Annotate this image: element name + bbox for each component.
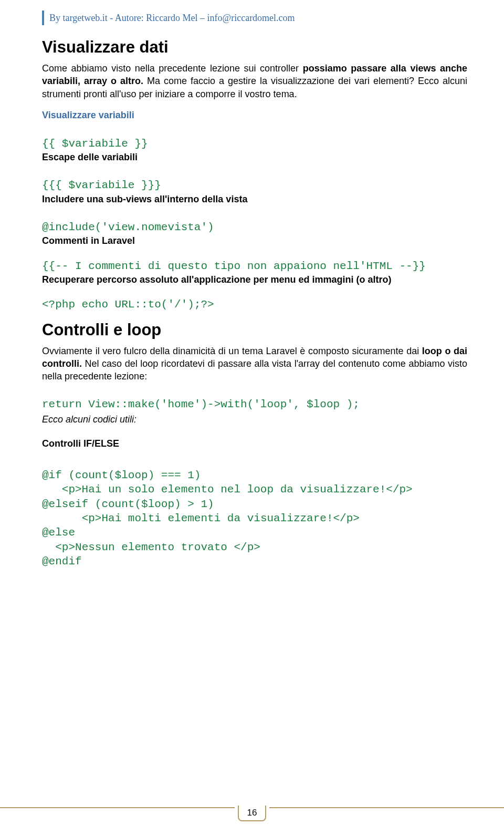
subheading-visualizzare-variabili: Visualizzare variabili	[42, 110, 467, 121]
code-escape-output: {{{ $variabile }}}	[42, 178, 467, 192]
heading-visualizzare-dati: Visualizzare dati	[42, 38, 467, 57]
p2-suffix: Nel caso del loop ricordatevi di passare…	[42, 358, 467, 381]
heading-controlli-loop: Controlli e loop	[42, 321, 467, 339]
intro-paragraph: Come abbiamo visto nella precedente lezi…	[42, 62, 467, 100]
subheading-include: Includere una sub-views all'interno dell…	[42, 193, 467, 205]
code-comment: {{-- I commenti di questo tipo non appai…	[42, 259, 467, 273]
subheading-if-else: Controlli IF/ELSE	[42, 438, 467, 449]
page-number: 16	[238, 806, 267, 821]
code-include: @include('view.nomevista')	[42, 220, 467, 234]
page-content: By targetweb.it - Autore: Riccardo Mel –…	[0, 0, 504, 584]
footer-line-left	[0, 807, 235, 808]
intro-prefix: Come abbiamo visto nella precedente lezi…	[42, 63, 303, 74]
document-header: By targetweb.it - Autore: Riccardo Mel –…	[42, 11, 467, 25]
subheading-recuperare: Recuperare percorso assoluto all'applica…	[42, 273, 467, 286]
code-if-else: @if (count($loop) === 1) <p>Hai un solo …	[42, 468, 467, 569]
header-accent-bar	[42, 11, 44, 25]
p2-prefix: Ovviamente il vero fulcro della dinamici…	[42, 346, 422, 356]
subheading-commenti: Commenti in Laravel	[42, 234, 467, 247]
code-variable-output: {{ $variabile }}	[42, 137, 467, 151]
subheading-escape: Escape delle variabili	[42, 151, 467, 163]
controlli-paragraph: Ovviamente il vero fulcro della dinamici…	[42, 345, 467, 383]
footer-line-right	[269, 807, 504, 808]
note-italic: Ecco alcuni codici utili:	[42, 413, 467, 426]
page-footer: 16	[0, 800, 504, 816]
code-return-view: return View::make('home')->with('loop', …	[42, 397, 467, 411]
code-url-to: <?php echo URL::to('/');?>	[42, 297, 467, 312]
header-text: By targetweb.it - Autore: Riccardo Mel –…	[49, 13, 295, 24]
